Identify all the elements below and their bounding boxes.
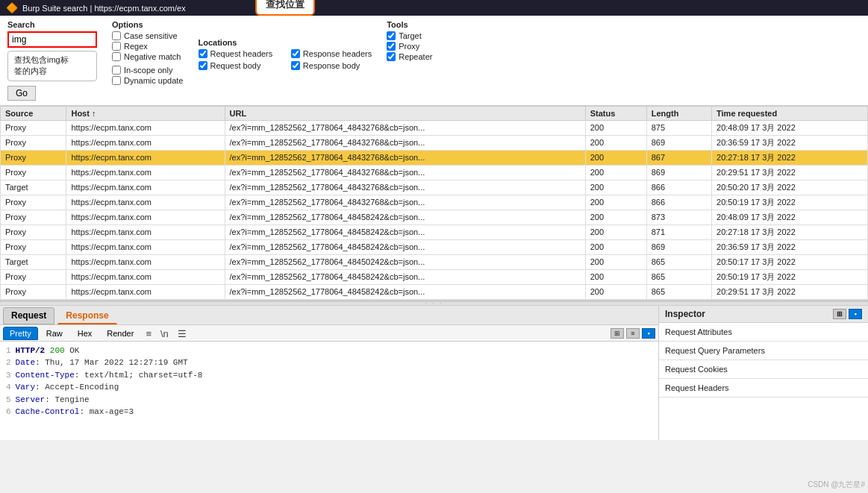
cell-time: 20:36:59 17 3月 2022 — [712, 239, 868, 254]
full-view-btn[interactable]: ▪ — [642, 328, 655, 339]
proxy-checkbox[interactable] — [387, 42, 396, 51]
subtab-hex[interactable]: Hex — [71, 327, 99, 340]
cell-host: https://ecpm.tanx.com — [66, 195, 225, 210]
format-icon[interactable]: ≡ — [142, 327, 155, 341]
tab-response[interactable]: Response — [57, 307, 116, 324]
table-row[interactable]: Proxyhttps://ecpm.tanx.com/ex?i=mm_12852… — [1, 135, 868, 150]
cell-source: Proxy — [1, 135, 66, 150]
in-scope-checkbox[interactable] — [112, 66, 121, 75]
negative-match-checkbox[interactable] — [112, 52, 121, 61]
loc-req-body: Request body — [199, 61, 279, 70]
cell-length: 866 — [646, 180, 711, 195]
repeater-checkbox[interactable] — [387, 52, 396, 61]
table-row[interactable]: Targethttps://ecpm.tanx.com/ex?i=mm_1285… — [1, 254, 868, 269]
inspector-section-item[interactable]: Request Query Parameters — [659, 342, 868, 360]
cell-url: /ex?i=mm_12852562_1778064_48458242&cb=js… — [225, 239, 585, 254]
proxy-label: Proxy — [399, 42, 419, 51]
subtab-render[interactable]: Render — [100, 327, 140, 340]
option-negative-match: Negative match — [112, 52, 184, 61]
req-body-checkbox[interactable] — [199, 61, 207, 70]
title-bar: 🔶 Burp Suite search | https://ecpm.tanx.… — [0, 0, 868, 16]
table-row[interactable]: Proxyhttps://ecpm.tanx.com/ex?i=mm_12852… — [1, 210, 868, 224]
list-view-btn[interactable]: ≡ — [626, 328, 640, 339]
req-headers-checkbox[interactable] — [199, 49, 207, 58]
table-header-row: Source Host ↑ URL Status Length Time req… — [1, 106, 868, 120]
list-icon[interactable]: ☰ — [174, 327, 190, 341]
results-section: Source Host ↑ URL Status Length Time req… — [0, 106, 868, 301]
res-headers-label: Response headers — [303, 49, 372, 58]
res-body-checkbox[interactable] — [291, 61, 300, 70]
col-url[interactable]: URL — [225, 106, 585, 120]
split-view-btn[interactable]: ⊞ — [611, 328, 624, 339]
cell-host: https://ecpm.tanx.com — [66, 165, 225, 180]
cell-source: Proxy — [1, 269, 66, 284]
locations-group: 查找位置 Locations Request headers Response … — [199, 20, 372, 72]
target-checkbox[interactable] — [387, 31, 396, 40]
cell-host: https://ecpm.tanx.com — [66, 224, 225, 239]
inspector-section-item[interactable]: Request Cookies — [659, 360, 868, 379]
table-row[interactable]: Proxyhttps://ecpm.tanx.com/ex?i=mm_12852… — [1, 150, 868, 165]
cell-source: Proxy — [1, 150, 66, 165]
target-label: Target — [399, 31, 422, 40]
table-row[interactable]: Proxyhttps://ecpm.tanx.com/ex?i=mm_12852… — [1, 165, 868, 180]
option-case-sensitive: Case sensitive — [112, 31, 184, 40]
cell-time: 20:48:09 17 3月 2022 — [712, 120, 868, 135]
tab-request[interactable]: Request — [3, 307, 54, 324]
cell-length: 865 — [646, 284, 711, 299]
tools-label: Tools — [387, 20, 432, 29]
req-body-label: Request body — [210, 61, 261, 70]
negative-match-label: Negative match — [124, 52, 181, 61]
option-in-scope: In-scope only — [112, 66, 184, 75]
table-row[interactable]: Proxyhttps://ecpm.tanx.com/ex?i=mm_12852… — [1, 284, 868, 299]
cell-time: 20:27:18 17 3月 2022 — [712, 150, 868, 165]
subtab-pretty[interactable]: Pretty — [3, 327, 38, 340]
col-source[interactable]: Source — [1, 106, 66, 120]
regex-label: Regex — [124, 42, 148, 51]
inspector-section-item[interactable]: Request Attributes — [659, 323, 868, 342]
cell-time: 20:50:19 17 3月 2022 — [712, 269, 868, 284]
cell-time: 20:50:19 17 3月 2022 — [712, 195, 868, 210]
col-time[interactable]: Time requested — [712, 106, 868, 120]
table-row[interactable]: Proxyhttps://ecpm.tanx.com/ex?i=mm_12852… — [1, 224, 868, 239]
col-status[interactable]: Status — [585, 106, 646, 120]
cell-host: https://ecpm.tanx.com — [66, 269, 225, 284]
regex-checkbox[interactable] — [112, 42, 121, 51]
dynamic-update-checkbox[interactable] — [112, 76, 121, 85]
cell-url: /ex?i=mm_12852562_1778064_48432768&cb=js… — [225, 180, 585, 195]
cell-status: 200 — [585, 284, 646, 299]
table-row[interactable]: Proxyhttps://ecpm.tanx.com/ex?i=mm_12852… — [1, 269, 868, 284]
cell-status: 200 — [585, 195, 646, 210]
cell-url: /ex?i=mm_12852562_1778064_48458242&cb=js… — [225, 284, 585, 299]
inspector-full-btn[interactable]: ▪ — [849, 309, 862, 319]
inspector-split-btn[interactable]: ⊞ — [833, 309, 846, 319]
subtab-raw[interactable]: Raw — [40, 327, 69, 340]
inspector-sections: Request AttributesRequest Query Paramete… — [659, 323, 868, 398]
cell-host: https://ecpm.tanx.com — [66, 120, 225, 135]
wrap-icon[interactable]: \n — [157, 327, 172, 341]
repeater-label: Repeater — [399, 52, 432, 61]
cell-host: https://ecpm.tanx.com — [66, 150, 225, 165]
cell-status: 200 — [585, 239, 646, 254]
cell-host: https://ecpm.tanx.com — [66, 239, 225, 254]
locations-label: Locations — [199, 38, 372, 47]
search-input[interactable] — [7, 31, 97, 48]
req-res-pane: Request Response Pretty Raw Hex Render ≡… — [0, 306, 659, 440]
go-button[interactable]: Go — [7, 86, 36, 101]
app-icon: 🔶 — [6, 2, 18, 13]
col-length[interactable]: Length — [646, 106, 711, 120]
in-scope-label: In-scope only — [124, 66, 172, 75]
inspector-section-item[interactable]: Request Headers — [659, 379, 868, 398]
dynamic-update-label: Dynamic update — [124, 76, 184, 85]
table-row[interactable]: Proxyhttps://ecpm.tanx.com/ex?i=mm_12852… — [1, 239, 868, 254]
cell-source: Proxy — [1, 195, 66, 210]
table-row[interactable]: Proxyhttps://ecpm.tanx.com/ex?i=mm_12852… — [1, 195, 868, 210]
cell-length: 869 — [646, 135, 711, 150]
case-sensitive-checkbox[interactable] — [112, 31, 121, 40]
view-buttons: ⊞ ≡ ▪ — [611, 328, 655, 339]
cell-url: /ex?i=mm_12852562_1778064_48432768&cb=js… — [225, 195, 585, 210]
option-dynamic-update: Dynamic update — [112, 76, 184, 85]
col-host[interactable]: Host ↑ — [66, 106, 225, 120]
table-row[interactable]: Proxyhttps://ecpm.tanx.com/ex?i=mm_12852… — [1, 120, 868, 135]
table-row[interactable]: Targethttps://ecpm.tanx.com/ex?i=mm_1285… — [1, 180, 868, 195]
res-headers-checkbox[interactable] — [291, 49, 300, 58]
